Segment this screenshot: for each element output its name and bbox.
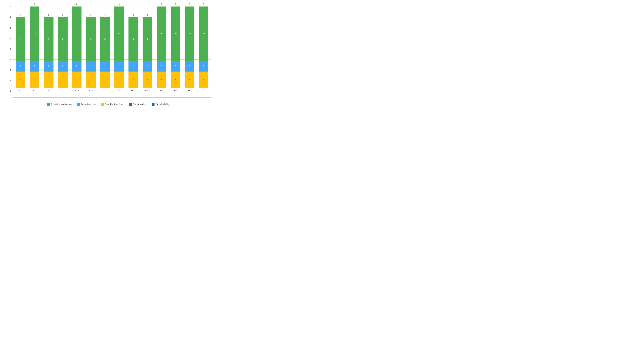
bar-top-label: 0 <box>185 3 194 6</box>
bar-segment-blue: 2 <box>30 61 39 72</box>
bar-segment-green: 8 <box>100 17 110 61</box>
y-tick: 8 <box>4 48 11 50</box>
bar-x-label: B <box>48 89 49 92</box>
bar-segment-blue: 2 <box>128 61 138 72</box>
bar-stack: 0 3 2 10 <box>72 6 81 88</box>
bar-x-label: CA <box>61 89 64 92</box>
bar-x-label: AL <box>19 89 22 92</box>
legend-item-main-function: Main function <box>77 103 96 106</box>
bar-segment-yellow: 3 <box>128 72 138 88</box>
bar-segment-green: 10 <box>30 6 39 61</box>
bar-segment-green: 10 <box>170 6 180 61</box>
bar-top-label: 0 <box>128 14 138 16</box>
bar-segment-green: 10 <box>199 6 208 61</box>
bar-segment-yellow: 3 <box>72 72 81 88</box>
bar-stack: 0 3 2 8 <box>16 17 25 88</box>
bar-stack: 0 3 2 10 <box>185 6 194 88</box>
y-tick: 14 <box>4 16 11 18</box>
bar-x-label: TA <box>174 89 177 92</box>
bar-label-green: 8 <box>105 38 106 41</box>
bar-x-label: TO <box>188 89 191 92</box>
bar-top-label: 0 <box>157 3 166 6</box>
bar-label-yellow: 3 <box>48 78 49 81</box>
bar-stack: 0 3 2 10 <box>114 6 124 88</box>
bar-segment-green: 8 <box>16 17 25 61</box>
bar-top-label: 0 <box>143 14 152 16</box>
bar-label-blue: 2 <box>147 65 148 68</box>
bar-segment-yellow: 3 <box>100 72 110 88</box>
bar-x-label: I <box>105 89 106 92</box>
bar-x-label: AV <box>33 89 36 92</box>
y-tick: 4 <box>4 69 11 71</box>
legend-label-sustainability: Sustainability <box>156 103 170 106</box>
bar-top-label: 0 <box>199 3 208 6</box>
bar-group: 0 3 2 8 SAN <box>140 17 154 92</box>
bar-label-green: 8 <box>90 38 92 41</box>
bar-label-blue: 2 <box>161 65 162 68</box>
bar-segment-yellow: 3 <box>30 72 39 88</box>
legend-label-main-function: Main function <box>81 103 96 106</box>
bar-label-green: 10 <box>33 32 36 35</box>
bar-label-blue: 2 <box>20 65 21 68</box>
bar-top-label: 0 <box>30 3 39 6</box>
bar-x-label: M <box>118 89 120 92</box>
bar-segment-blue: 2 <box>72 61 81 72</box>
legend-label-socialisation: Socialisation <box>133 103 146 106</box>
bar-segment-yellow: 3 <box>170 72 180 88</box>
bar-group: 0 3 2 10 CO <box>70 6 84 92</box>
bar-group: 0 3 2 8 AL <box>14 17 28 92</box>
bar-label-yellow: 3 <box>147 78 148 81</box>
bar-label-yellow: 3 <box>62 78 63 81</box>
bar-top-label: 0 <box>16 14 25 16</box>
bar-top-label: 0 <box>72 3 81 6</box>
bar-group: 0 3 2 10 AV <box>28 6 42 92</box>
legend-label-specific-functions: Specific functions <box>105 103 124 106</box>
bar-segment-yellow: 3 <box>199 72 208 88</box>
bar-label-green: 10 <box>160 32 162 35</box>
bar-label-green: 8 <box>147 38 148 41</box>
bar-segment-blue: 2 <box>44 61 53 72</box>
bar-label-blue: 2 <box>48 65 49 68</box>
bar-top-label: 0 <box>58 14 68 16</box>
bar-top-label: 0 <box>170 3 180 6</box>
bar-segment-yellow: 3 <box>16 72 25 88</box>
bar-stack: 0 3 2 8 <box>100 17 110 88</box>
legend-label-location-and-access: Location and access <box>51 103 72 106</box>
bar-label-blue: 2 <box>76 65 77 68</box>
bar-segment-yellow: 3 <box>58 72 68 88</box>
bar-label-blue: 2 <box>62 65 63 68</box>
bar-label-green: 8 <box>48 38 49 41</box>
legend-color-main-function <box>77 103 80 106</box>
legend-color-sustainability <box>152 103 155 106</box>
bar-segment-green: 8 <box>44 17 53 61</box>
bar-group: 0 3 2 10 SE <box>154 6 169 92</box>
bar-segment-blue: 2 <box>100 61 110 72</box>
bar-x-label: SCL <box>131 89 136 92</box>
bar-segment-blue: 2 <box>58 61 68 72</box>
bar-segment-blue: 2 <box>185 61 194 72</box>
bar-label-green: 10 <box>76 32 78 35</box>
bar-group: 0 3 2 10 TO <box>182 6 196 92</box>
bar-label-green: 10 <box>118 32 120 35</box>
bar-label-yellow: 3 <box>189 78 190 81</box>
bar-label-yellow: 3 <box>105 78 106 81</box>
bar-segment-blue: 2 <box>114 61 124 72</box>
bar-stack: 0 3 2 8 <box>44 17 53 88</box>
bar-group: 0 3 2 10 TA <box>168 6 182 92</box>
bar-label-green: 8 <box>133 38 134 41</box>
bar-segment-green: 8 <box>128 17 138 61</box>
bar-group: 0 3 2 10 U <box>196 6 211 92</box>
bar-segment-blue: 2 <box>170 61 180 72</box>
legend-item-location-and-access: Location and access <box>47 103 72 106</box>
bar-x-label: CU <box>89 89 93 92</box>
bar-segment-blue: 2 <box>157 61 166 72</box>
bar-segment-yellow: 3 <box>185 72 194 88</box>
bar-label-yellow: 3 <box>133 78 134 81</box>
bar-label-blue: 2 <box>133 65 134 68</box>
bar-segment-blue: 2 <box>143 61 152 72</box>
bar-label-yellow: 3 <box>203 78 204 81</box>
bar-label-blue: 2 <box>90 65 92 68</box>
bar-group: 0 3 2 8 B <box>42 17 56 92</box>
chart-area: 0246810121416 0 3 2 8 AL 0 3 <box>4 5 213 98</box>
bar-label-yellow: 3 <box>119 78 120 81</box>
